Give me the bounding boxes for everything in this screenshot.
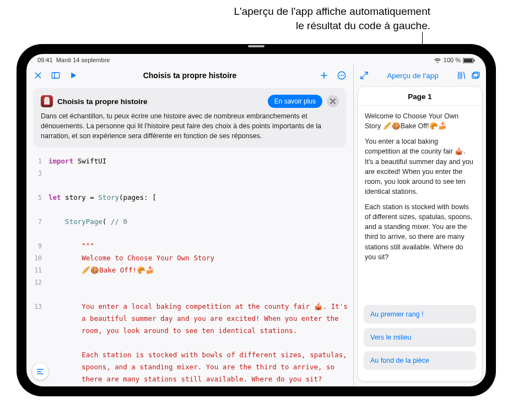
preview-paragraph: You enter a local baking competition at …: [365, 137, 475, 197]
status-bar: 09:41 Mardi 14 septembre 100 %: [26, 54, 486, 65]
sidebar-icon[interactable]: [51, 70, 61, 80]
preview-paragraph: Welcome to Choose Your Own Story 🥖🍪Bake …: [365, 111, 475, 131]
learn-more-button[interactable]: En savoir plus: [268, 95, 322, 108]
ipad-frame: 09:41 Mardi 14 septembre 100 %: [17, 44, 496, 396]
window-icon[interactable]: [471, 70, 480, 80]
preview-paragraph: Each station is stocked with bowls of di…: [365, 202, 475, 262]
wifi-icon: [434, 57, 441, 63]
preview-toolbar: Aperçu de l'app: [354, 65, 486, 86]
svg-point-7: [341, 75, 342, 76]
info-card-body: Dans cet échantillon, tu peux écrire une…: [41, 111, 339, 141]
status-date: Mardi 14 septembre: [56, 57, 110, 63]
more-icon[interactable]: [337, 70, 347, 80]
close-icon[interactable]: [33, 70, 43, 80]
choice-button[interactable]: Au fond de la pièce: [364, 351, 476, 370]
battery-icon: [463, 57, 475, 63]
add-icon[interactable]: [319, 70, 329, 80]
play-icon[interactable]: [68, 70, 78, 80]
svg-point-6: [339, 75, 341, 76]
editor-pane: Choisis ta propre histoire Choisis ta pr…: [26, 65, 354, 386]
app-preview: Page 1 Welcome to Choose Your Own Story …: [358, 87, 482, 381]
library-icon[interactable]: [456, 70, 466, 80]
svg-rect-2: [474, 59, 475, 62]
line-gutter: 1 3 5 7 9 10 11 12 13: [26, 155, 45, 386]
ipad-screen: 09:41 Mardi 14 septembre 100 %: [26, 54, 486, 386]
preview-choices: Au premier rang ! Vers le milieu Au fond…: [358, 302, 482, 381]
status-right: 100 %: [434, 57, 475, 63]
svg-point-8: [343, 75, 344, 76]
choice-button[interactable]: Au premier rang !: [364, 305, 476, 324]
caption-line: le résultat du code à gauche.: [234, 19, 430, 33]
caption-line: L'aperçu de l'app affiche automatiquemen…: [234, 4, 430, 19]
preview-pane: Aperçu de l'app Page 1 Welcome to Choose…: [354, 65, 486, 386]
status-battery-text: 100 %: [444, 57, 461, 63]
app-area: Choisis ta propre histoire Choisis ta pr…: [26, 65, 486, 386]
preview-body: Welcome to Choose Your Own Story 🥖🍪Bake …: [358, 106, 482, 302]
editor-toolbar: Choisis ta propre histoire: [26, 65, 353, 86]
format-button[interactable]: [32, 363, 48, 380]
code-content[interactable]: import SwiftUI let story = Story(pages: …: [48, 155, 353, 386]
code-editor[interactable]: 1 3 5 7 9 10 11 12 13: [26, 152, 353, 386]
info-card: Choisis ta propre histoire En savoir plu…: [33, 88, 347, 148]
preview-title: Aperçu de l'app: [374, 72, 452, 80]
dismiss-info-button[interactable]: [327, 95, 339, 107]
svg-rect-1: [464, 59, 473, 63]
status-time: 09:41: [37, 57, 53, 63]
svg-rect-3: [52, 73, 60, 79]
expand-icon[interactable]: [359, 70, 369, 80]
info-card-title: Choisis ta propre histoire: [57, 97, 148, 106]
choice-button[interactable]: Vers le milieu: [364, 328, 476, 347]
info-card-header: Choisis ta propre histoire En savoir plu…: [41, 95, 339, 108]
status-left: 09:41 Mardi 14 septembre: [37, 57, 110, 63]
preview-page-title: Page 1: [358, 87, 482, 106]
project-icon: [41, 95, 53, 107]
caption: L'aperçu de l'app affiche automatiquemen…: [234, 4, 430, 32]
